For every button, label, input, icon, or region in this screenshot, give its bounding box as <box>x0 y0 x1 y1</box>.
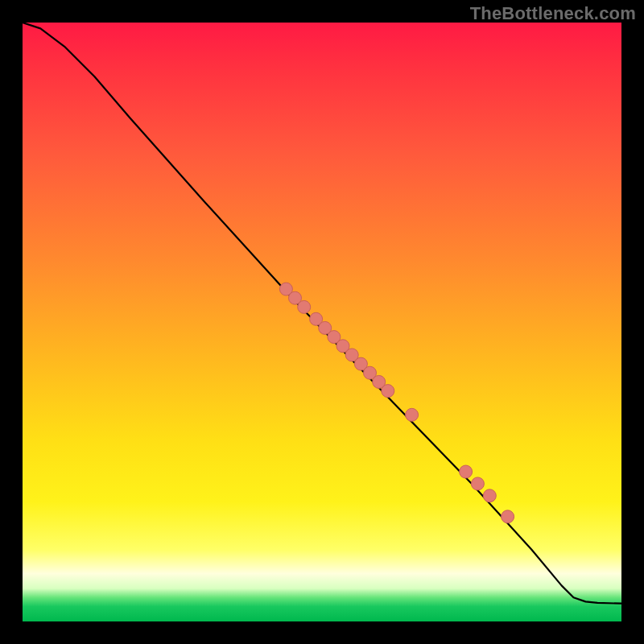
chart-frame: TheBottleneck.com <box>0 0 644 644</box>
data-point <box>382 385 394 398</box>
data-point <box>483 489 496 502</box>
curve-layer <box>23 23 621 621</box>
data-point <box>298 300 311 313</box>
data-point <box>502 510 514 523</box>
point-layer <box>279 283 514 523</box>
performance-curve <box>23 23 621 604</box>
data-point <box>471 477 484 490</box>
data-point <box>460 465 473 478</box>
data-point <box>406 408 419 421</box>
plot-area <box>23 23 621 621</box>
watermark-text: TheBottleneck.com <box>470 3 636 24</box>
